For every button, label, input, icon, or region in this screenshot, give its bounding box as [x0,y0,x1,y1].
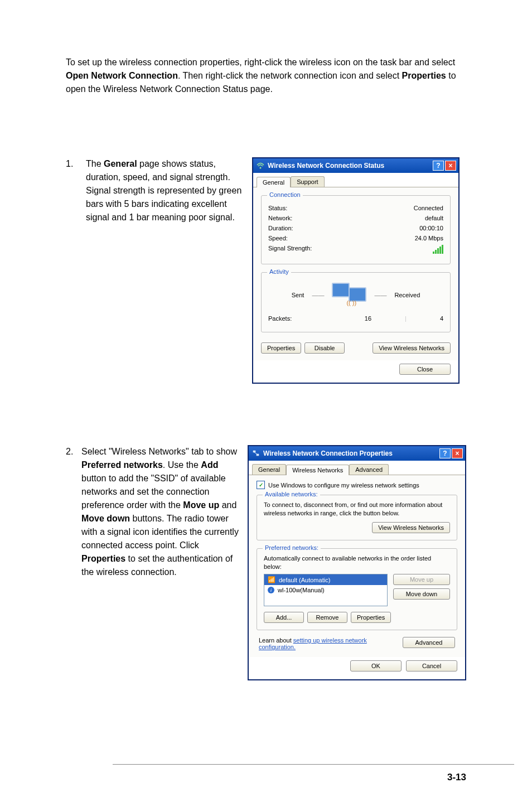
titlebar[interactable]: Wireless Network Connection Status ? × [253,158,458,173]
svg-rect-1 [253,451,255,452]
tab-general[interactable]: General [257,177,291,187]
sent-label: Sent [292,292,304,298]
step-1-row: 1. The General page shows status, durati… [66,157,466,384]
tab-support[interactable]: Support [291,176,325,187]
packets-label: Packets: [268,315,292,322]
legend-available: Available networks: [263,491,320,497]
svg-line-3 [254,452,258,455]
info-icon: i [268,587,274,593]
step-1-number: 1. [66,157,86,171]
view-networks-button[interactable]: View Wireless Networks [373,342,451,354]
properties-button[interactable]: Properties [261,342,301,354]
list-item[interactable]: 📶 default (Automatic) [264,574,387,585]
intro-text: To set up the wireless connection proper… [66,57,455,67]
advanced-button[interactable]: Advanced [403,637,455,648]
use-windows-label: Use Windows to configure my wireless net… [268,482,419,489]
packets-received: 4 [440,315,443,322]
group-preferred-networks: Preferred networks: Automatically connec… [257,548,457,631]
intro-text-2: . Then right-click the network connectio… [178,71,402,80]
cancel-button[interactable]: Cancel [406,660,457,671]
available-desc: To connect to, disconnect from, or find … [264,501,450,518]
speed-value: 24.0 Mbps [415,235,443,241]
dialog-connection-status: Wireless Network Connection Status ? × G… [252,157,460,384]
dialog-title: Wireless Network Connection Status [268,162,384,170]
legend-preferred: Preferred networks: [263,544,321,551]
preferred-networks-list[interactable]: 📶 default (Automatic) i wl-100w(Manual) [264,574,388,606]
activity-icon: (( )) [332,283,366,307]
help-button[interactable]: ? [433,161,444,171]
duration-value: 00:00:10 [419,225,443,231]
help-button-2[interactable]: ? [439,448,451,458]
properties-button-2[interactable]: Properties [351,612,391,623]
legend-activity: Activity [267,268,291,275]
disable-button[interactable]: Disable [304,342,345,354]
intro-paragraph: To set up the wireless connection proper… [66,56,466,96]
move-down-button[interactable]: Move down [393,588,450,600]
group-connection: Connection Status:Connected Network:defa… [261,195,451,264]
preferred-desc: Automatically connect to available netwo… [264,554,450,571]
group-available-networks: Available networks: To connect to, disco… [257,495,457,540]
received-label: Received [394,292,420,298]
signal-label: Signal Strength: [268,245,312,254]
packets-sent: 16 [365,315,371,322]
signal-bars-icon [433,245,443,254]
network-value: default [425,215,443,221]
step-1-text: The General page shows status, duration,… [86,157,252,224]
list-item-label: wl-100w(Manual) [278,587,325,593]
move-up-button[interactable]: Move up [393,574,450,585]
add-button[interactable]: Add... [264,612,304,623]
use-windows-checkbox[interactable]: ✓ [257,481,265,489]
network-label: Network: [268,215,292,221]
step-2-row: 2. Select "Wireless Networks" tab to sho… [66,445,466,680]
titlebar-2[interactable]: Wireless Network Connection Properties ?… [249,446,465,461]
list-item-label: default (Automatic) [279,577,330,583]
close-button-2[interactable]: × [452,448,463,458]
step-2-text: Select "Wireless Networks" tab to show P… [81,445,248,579]
duration-label: Duration: [268,225,293,231]
group-activity: Activity Sent —— (( )) —— Received Pa [261,272,451,332]
status-label: Status: [268,205,287,211]
tab-strip-2: General Wireless Networks Advanced [249,461,465,475]
antenna-icon: 📶 [268,576,275,583]
status-value: Connected [414,205,443,211]
tab-advanced-2[interactable]: Advanced [349,464,389,475]
svg-point-0 [260,167,262,169]
speed-label: Speed: [268,235,288,241]
close-button[interactable]: × [445,161,456,171]
view-wireless-networks-button[interactable]: View Wireless Networks [372,522,450,533]
legend-connection: Connection [267,191,303,198]
dialog-connection-properties: Wireless Network Connection Properties ?… [248,445,466,680]
network-icon [252,450,260,457]
intro-bold-2: Properties [402,71,446,80]
wireless-icon [257,162,264,170]
tab-general-2[interactable]: General [252,464,286,475]
ok-button[interactable]: OK [350,660,402,671]
page-number: 3-13 [447,772,466,783]
remove-button[interactable]: Remove [307,612,347,623]
tab-wireless-networks[interactable]: Wireless Networks [286,465,349,475]
list-item[interactable]: i wl-100w(Manual) [264,585,387,595]
step-2-number: 2. [66,445,81,458]
close-dialog-button[interactable]: Close [399,364,451,375]
tab-strip: General Support [253,173,458,187]
learn-text: Learn about setting up wireless network … [259,637,381,650]
intro-bold-1: Open Network Connection [66,71,178,80]
dialog-title-2: Wireless Network Connection Properties [263,450,393,457]
